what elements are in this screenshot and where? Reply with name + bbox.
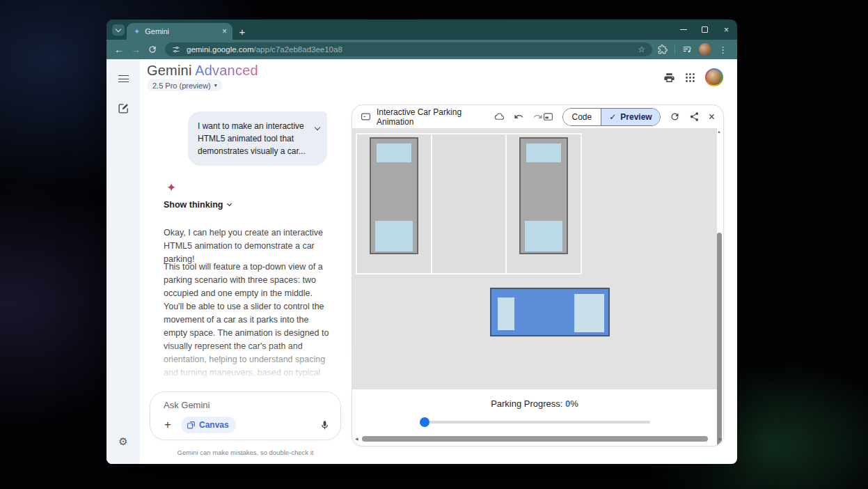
main-menu-button[interactable]	[115, 70, 132, 87]
browser-window: ✦ Gemini × + × ← →	[106, 20, 737, 464]
open-in-window-button[interactable]	[543, 111, 553, 122]
bookmark-star-icon[interactable]: ☆	[638, 45, 645, 54]
composer: + Canvas	[150, 391, 341, 440]
sidebar: ⚙	[106, 59, 140, 464]
undo-button[interactable]	[514, 111, 524, 122]
tab-close-icon[interactable]: ×	[222, 27, 227, 36]
refresh-preview-button[interactable]	[670, 111, 680, 122]
slider-thumb[interactable]	[420, 417, 429, 427]
canvas-document-icon	[361, 111, 371, 122]
new-tab-button[interactable]: +	[236, 25, 248, 38]
print-button[interactable]	[663, 72, 675, 84]
canvas-header: Interactive Car Parking Animation	[352, 105, 723, 128]
car-windshield	[526, 143, 561, 162]
vertical-scrollbar-thumb[interactable]	[717, 233, 722, 447]
parked-car-left	[370, 137, 418, 254]
tab-code[interactable]: Code	[563, 109, 602, 125]
desktop-background: ✦ Gemini × + × ← →	[0, 0, 868, 489]
url-bar[interactable]: gemini.google.com/app/c7a2eb8ad3ee10a8 ☆	[165, 42, 652, 56]
response-paragraph-2: This tool will feature a top-down view o…	[164, 261, 332, 393]
tab-search-button[interactable]	[112, 24, 125, 36]
add-attachment-button[interactable]: +	[160, 417, 175, 433]
parking-progress-slider[interactable]	[420, 417, 650, 427]
parking-stall-left	[357, 134, 432, 273]
browser-profile-avatar[interactable]	[699, 43, 711, 56]
cloud-icon	[494, 111, 505, 122]
chevron-down-icon	[315, 125, 320, 130]
share-button[interactable]	[689, 111, 700, 122]
slider-track[interactable]	[420, 421, 650, 424]
user-message-text: I want to make an interactive HTML5 anim…	[198, 121, 306, 156]
tab-preview[interactable]: ✓ Preview	[601, 109, 659, 125]
maximize-button[interactable]	[694, 20, 716, 40]
chevron-down-icon: ▾	[214, 82, 217, 88]
show-thinking-toggle[interactable]: Show thinking	[164, 200, 231, 210]
extensions-button[interactable]	[658, 45, 668, 54]
check-icon: ✓	[609, 112, 616, 122]
media-controls-button[interactable]	[682, 45, 692, 54]
url-path: /app/c7a2eb8ad3ee10a8	[254, 45, 342, 54]
car-rear-window	[498, 297, 514, 330]
animation-controls: Parking Progress: 0%	[352, 389, 717, 434]
microphone-icon	[319, 420, 330, 430]
car-rear-window	[525, 221, 562, 251]
chevron-down-icon	[116, 26, 121, 31]
toolbar-divider	[674, 45, 675, 54]
undo-icon	[514, 111, 524, 122]
maximize-icon	[702, 26, 708, 33]
ask-gemini-input[interactable]	[164, 400, 317, 410]
canvas-icon	[187, 421, 196, 430]
browser-menu-button[interactable]: ⋮	[718, 45, 727, 55]
new-chat-button[interactable]	[115, 100, 132, 116]
google-apps-button[interactable]	[684, 72, 696, 84]
car-rear-window	[375, 221, 413, 251]
forward-button[interactable]: →	[127, 44, 144, 55]
minimize-button[interactable]	[672, 20, 694, 40]
close-canvas-button[interactable]: ×	[709, 111, 715, 123]
account-avatar[interactable]	[705, 68, 723, 86]
reload-button[interactable]	[144, 45, 161, 54]
new-chat-pencil-icon	[118, 102, 129, 114]
car-windshield	[574, 294, 604, 332]
horizontal-scrollbar-thumb[interactable]	[362, 436, 708, 442]
page-title: Gemini Advanced	[147, 63, 258, 79]
browser-tab-gemini[interactable]: ✦ Gemini ×	[127, 23, 232, 40]
app-header: Gemini Advanced 2.5 Pro (preview)▾	[140, 59, 737, 95]
vertical-scrollbar[interactable]: ▲ ▼	[716, 130, 723, 447]
close-window-button[interactable]: ×	[716, 20, 737, 40]
canvas-title[interactable]: Interactive Car Parking Animation	[377, 107, 486, 127]
minimize-icon	[680, 29, 687, 30]
save-status-button[interactable]	[494, 111, 505, 122]
avatar-photo	[707, 70, 722, 85]
car-windshield	[377, 143, 411, 162]
printer-icon	[663, 72, 675, 84]
parking-stalls	[356, 133, 582, 274]
redo-button[interactable]	[532, 111, 543, 122]
voice-input-button[interactable]	[317, 417, 332, 433]
gemini-favicon-icon: ✦	[134, 28, 140, 36]
scroll-left-icon[interactable]: ◀	[355, 436, 358, 441]
tab-title: Gemini	[145, 27, 222, 36]
redo-icon	[532, 111, 543, 122]
expand-message-button[interactable]	[315, 121, 319, 133]
gemini-sparkle-icon: ✦	[166, 180, 176, 195]
back-button[interactable]: ←	[111, 44, 127, 55]
media-controls-icon	[682, 45, 692, 54]
user-message-bubble: I want to make an interactive HTML5 anim…	[188, 111, 327, 166]
parking-progress-label: Parking Progress: 0%	[352, 398, 717, 409]
chevron-down-icon	[227, 201, 232, 206]
scroll-up-icon[interactable]: ▲	[716, 130, 723, 134]
scroll-right-icon[interactable]: ▶	[718, 436, 722, 441]
settings-button[interactable]: ⚙	[115, 433, 132, 450]
disclaimer-text: Gemini can make mistakes, so double-chec…	[150, 449, 341, 456]
horizontal-scrollbar[interactable]: ◀ ▶	[355, 435, 722, 442]
url-host: gemini.google.com	[187, 45, 254, 54]
canvas-toggle-button[interactable]: Canvas	[181, 417, 236, 433]
animation-preview	[352, 128, 717, 389]
parked-car-right	[519, 137, 568, 254]
tab-strip: ✦ Gemini × + ×	[106, 20, 737, 40]
parking-stall-middle-empty	[432, 134, 507, 273]
model-selector[interactable]: 2.5 Pro (preview)▾	[147, 79, 223, 91]
code-preview-toggle: Code ✓ Preview	[562, 108, 661, 126]
refresh-icon	[670, 111, 680, 122]
